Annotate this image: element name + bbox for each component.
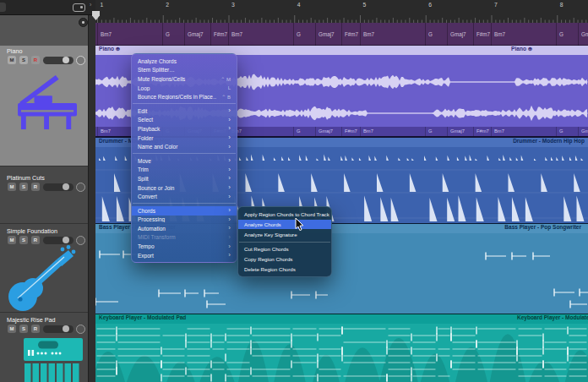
chord-label-f-m7: F#m7: [210, 23, 227, 46]
menu-item-label: Delete Region Chords: [244, 266, 296, 272]
menu-item-folder[interactable]: Folder›: [132, 134, 237, 143]
record-button-piano[interactable]: R: [31, 56, 40, 64]
volume-slider-thumb[interactable]: [63, 183, 69, 190]
keyboard-region-header[interactable]: Keyboard Player - Modulated Pad Keyboard…: [95, 314, 588, 324]
menu-item-label: Tempo: [138, 243, 224, 249]
menu-item-label: Analyze Chords: [244, 221, 281, 227]
menu-item-playback[interactable]: Playback›: [132, 124, 237, 134]
volume-slider-simple-foundation[interactable]: [43, 237, 74, 244]
keyboard-region[interactable]: [95, 324, 588, 382]
submenu-arrow-icon: ›: [228, 207, 231, 214]
menu-separator: [133, 103, 236, 104]
menu-item-mute-regions-cells[interactable]: Mute Regions/Cells⌃ M: [132, 74, 237, 84]
mute-button-platinum-cuts[interactable]: M: [8, 183, 16, 191]
chord-label-bm7: Bm7: [97, 127, 111, 136]
mute-button-piano[interactable]: M: [8, 56, 16, 64]
menu-item-analyze-chords[interactable]: Analyze Chords: [132, 57, 237, 66]
volume-slider-majestic-rise-pad[interactable]: [43, 325, 74, 333]
menu-item-processing[interactable]: Processing›: [132, 216, 237, 225]
menu-item-name-and-color[interactable]: Name and Color›: [132, 142, 237, 151]
bass-region-label-right: Bass Player - Pop Songwriter: [504, 224, 581, 230]
menu-item-label: Analyze Key Signature: [244, 232, 297, 237]
pan-knob-simple-foundation[interactable]: [76, 236, 85, 245]
divider: [0, 223, 88, 224]
solo-button-piano[interactable]: S: [19, 56, 28, 64]
menu-item-cut-region-chords[interactable]: Cut Region Chords: [238, 244, 331, 254]
menu-item-analyze-key-signature[interactable]: Analyze Key Signature: [238, 229, 331, 239]
menu-item-export[interactable]: Export›: [132, 251, 237, 260]
submenu-arrow-icon: ›: [228, 166, 231, 173]
chord-label-g: G: [162, 23, 170, 46]
menu-item-label: Trim: [138, 166, 224, 172]
menu-item-apply-region-chords-to-chord-track[interactable]: Apply Region Chords to Chord Track: [238, 210, 331, 220]
solo-button-simple-foundation[interactable]: S: [19, 236, 28, 244]
record-button-majestic-rise-pad[interactable]: R: [31, 325, 40, 333]
chord-label-f-m7: F#m7: [473, 23, 490, 46]
pan-knob-majestic-rise-pad[interactable]: [76, 325, 85, 334]
menu-separator: [133, 153, 236, 154]
menu-item-select[interactable]: Select›: [132, 116, 237, 125]
volume-slider-platinum-cuts[interactable]: [43, 183, 74, 191]
submenu-arrow-icon: ›: [228, 216, 231, 223]
pan-knob-piano[interactable]: [76, 56, 85, 65]
menu-item-stem-splitter[interactable]: Stem Splitter…: [132, 66, 237, 75]
logic-pro-window: 12345678 Bm7GGmaj7F#m7Bm7GGmaj7F#m7Bm7GG…: [0, 0, 588, 382]
menu-item-split[interactable]: Split›: [132, 174, 237, 183]
pan-knob-platinum-cuts[interactable]: [76, 183, 85, 192]
track-name-piano: Piano: [7, 47, 22, 55]
solo-button-majestic-rise-pad[interactable]: S: [19, 325, 28, 333]
volume-slider-piano[interactable]: [43, 57, 74, 64]
submenu-arrow-icon: ›: [228, 225, 231, 232]
menu-item-label: Chords: [138, 208, 224, 214]
chord-label-bm7: Bm7: [491, 127, 504, 136]
chord-label-bm7: Bm7: [97, 23, 112, 46]
chord-label-gmaj7: Gmaj7: [315, 127, 333, 136]
mouse-cursor: [295, 218, 306, 232]
record-button-simple-foundation[interactable]: R: [31, 236, 40, 244]
menu-item-label: Cut Region Chords: [244, 246, 289, 252]
mute-button-majestic-rise-pad[interactable]: M: [8, 325, 16, 333]
menu-item-label: Bounce Regions/Cells in Place…: [138, 94, 216, 100]
volume-slider-thumb[interactable]: [63, 57, 69, 63]
menu-item-analyze-chords[interactable]: Analyze Chords: [238, 220, 331, 230]
mute-button-simple-foundation[interactable]: M: [8, 236, 16, 244]
region-graphics: [95, 324, 588, 382]
toolbar-partial-button[interactable]: [0, 3, 6, 12]
solo-button-platinum-cuts[interactable]: S: [19, 183, 28, 191]
sidebar-resize-gutter[interactable]: [88, 15, 95, 382]
menu-item-move[interactable]: Move›: [132, 156, 237, 166]
menu-item-delete-region-chords[interactable]: Delete Region Chords: [238, 264, 331, 274]
chord-label-bm7: Bm7: [491, 23, 505, 46]
volume-slider-thumb[interactable]: [63, 237, 69, 243]
track-options-button[interactable]: [79, 18, 88, 27]
ruler-chevron-icon[interactable]: ›: [90, 2, 91, 8]
menu-item-chords[interactable]: Chords›: [132, 206, 237, 216]
menu-item-label: Convert: [138, 194, 224, 199]
chord-label-g: G: [425, 23, 433, 46]
bar-number-1: 1: [101, 2, 104, 8]
chord-label-gmaj7: Gmaj7: [447, 23, 466, 46]
menu-item-shortcut: ⌃ B: [221, 94, 231, 100]
record-button-platinum-cuts[interactable]: R: [31, 183, 40, 191]
menu-item-label: Export: [138, 253, 224, 259]
menu-item-loop[interactable]: LoopL: [132, 84, 237, 93]
volume-slider-thumb[interactable]: [63, 325, 69, 332]
display-mode-icon[interactable]: [73, 3, 85, 12]
menu-item-bounce-regions-cells-in-place[interactable]: Bounce Regions/Cells in Place…⌃ B: [132, 92, 237, 101]
menu-item-tempo[interactable]: Tempo›: [132, 242, 237, 251]
submenu-arrow-icon: ›: [228, 252, 231, 259]
chord-label-g: G: [556, 127, 564, 136]
menu-item-convert[interactable]: Convert›: [132, 192, 237, 201]
chord-label-f-m7: F#m7: [341, 23, 358, 46]
submenu-arrow-icon: ›: [228, 125, 231, 132]
submenu-arrow-icon: ›: [228, 144, 231, 150]
sidebar-upper-panel: [0, 15, 95, 46]
menu-item-copy-region-chords[interactable]: Copy Region Chords: [238, 254, 331, 265]
menu-item-trim[interactable]: Trim›: [132, 166, 237, 175]
menu-item-automation[interactable]: Automation›: [132, 224, 237, 233]
menu-item-label: Split: [138, 176, 224, 182]
bar-ruler[interactable]: 12345678: [95, 0, 588, 23]
menu-item-bounce-or-join[interactable]: Bounce or Join›: [132, 183, 237, 193]
menu-item-edit[interactable]: Edit›: [132, 106, 237, 116]
chord-track[interactable]: Bm7GGmaj7F#m7Bm7GGmaj7F#m7Bm7GGmaj7F#m7B…: [95, 23, 588, 46]
